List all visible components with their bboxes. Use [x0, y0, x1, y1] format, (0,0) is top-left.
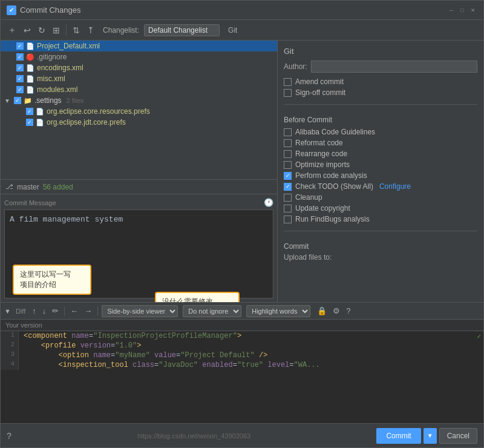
file-item-modules[interactable]: ✓ 📄 modules.xml	[1, 84, 277, 95]
file-checkbox-6[interactable]: ✓	[26, 108, 33, 115]
diff-sep-2	[97, 306, 98, 316]
tag-end-2: >	[137, 341, 141, 350]
status-bar: ⎇ master 56 added	[1, 180, 277, 194]
git-divider-2	[284, 231, 477, 231]
option-row-5: ✓ Check TODO (Show All) Configure	[284, 182, 477, 191]
amend-commit-checkbox[interactable]	[284, 78, 292, 86]
viewer-dropdown[interactable]: Side-by-side viewer	[102, 305, 178, 317]
action-buttons: Commit ▼ Cancel	[376, 428, 477, 444]
git-divider-1	[284, 104, 477, 105]
code-line-1: 1 <component name="InspectionProjectProf…	[1, 331, 483, 341]
line-content-4: <inspection_tool class="JavaDoc" enabled…	[19, 360, 483, 370]
sign-off-checkbox[interactable]	[284, 89, 292, 97]
diff-section: ▼ Diff ↑ ↓ ✏ ← → Side-by-side viewer Do …	[1, 302, 483, 423]
val-span-2: "1.0"	[115, 341, 137, 350]
undo-button[interactable]: ↩	[21, 24, 33, 36]
file-checkbox-4[interactable]: ✓	[16, 86, 24, 93]
file-checkbox-7[interactable]: ✓	[26, 119, 33, 126]
file-item-gitignore[interactable]: ✓ 🔴 .gitignore	[1, 51, 277, 62]
xml-icon-2: 📄	[26, 64, 34, 72]
tag-span-2: <profile	[41, 341, 76, 350]
author-input[interactable]	[311, 61, 477, 73]
xml-icon-4: 📄	[26, 85, 34, 94]
option-label-0: Alibaba Code Guidelines	[295, 128, 375, 136]
file-checkbox-2[interactable]: ✓	[16, 64, 24, 71]
add-button[interactable]: ＋	[5, 24, 19, 37]
title-bar: ✔ Commit Changes ─ □ ✕	[1, 1, 483, 20]
option-label-4: Perform code analysis	[295, 171, 367, 180]
prefs-icon-7: 📄	[36, 118, 44, 127]
url-text: https://blog.csdn.net/weixin_43902063	[137, 432, 250, 440]
file-name-4: modules.xml	[37, 85, 77, 94]
before-commit-title: Before Commit	[284, 116, 477, 124]
close-button[interactable]: ✕	[469, 6, 477, 15]
folder-icon-5: 📁	[24, 96, 32, 105]
file-checkbox-3[interactable]: ✓	[16, 75, 24, 82]
file-item-encodings[interactable]: ✓ 📄 encodings.xml	[1, 62, 277, 73]
collapse-button[interactable]: ⤒	[85, 24, 97, 36]
file-item-misc[interactable]: ✓ 📄 misc.xml	[1, 73, 277, 84]
help-button[interactable]: ?	[7, 431, 11, 441]
refresh-button[interactable]: ↻	[36, 24, 48, 36]
branch-icon: ⎇	[5, 183, 13, 191]
amend-commit-row: Amend commit	[284, 77, 477, 86]
diff-down-btn[interactable]: ↓	[41, 306, 48, 316]
changelist-dropdown-wrapper: Default Changelist	[144, 24, 220, 36]
prefs-icon-6: 📄	[36, 107, 44, 116]
val-span-3: "myName"	[115, 351, 150, 360]
changelist-dropdown[interactable]: Default Changelist	[144, 24, 220, 36]
line-content-1: <component name="InspectionProjectProfil…	[19, 331, 477, 341]
diff-back-btn[interactable]: ←	[68, 306, 80, 316]
cancel-button[interactable]: Cancel	[439, 428, 477, 444]
file-checkbox-5[interactable]: ✓	[14, 97, 21, 104]
option-label-7: Update copyright	[295, 204, 350, 212]
commit-dropdown-button[interactable]: ▼	[424, 428, 437, 444]
val-span-4: "JavaDoc"	[159, 361, 198, 369]
option-checkbox-7[interactable]	[284, 205, 292, 212]
diff-lock-btn[interactable]: 🔒	[315, 306, 329, 316]
configure-link[interactable]: Configure	[379, 182, 411, 191]
git-section-title: Git	[284, 47, 477, 56]
option-checkbox-8[interactable]	[284, 216, 292, 223]
option-checkbox-1[interactable]	[284, 139, 292, 147]
option-checkbox-5[interactable]: ✓	[284, 183, 292, 191]
diff-up-btn[interactable]: ↑	[30, 306, 38, 316]
expand-button[interactable]: ⇅	[70, 24, 82, 36]
option-checkbox-6[interactable]	[284, 194, 292, 202]
group-button[interactable]: ⊞	[50, 24, 62, 36]
tag-end-3: />	[259, 351, 267, 360]
file-checkbox-1[interactable]: ✓	[16, 53, 24, 61]
maximize-button[interactable]: □	[458, 6, 466, 15]
option-checkbox-2[interactable]	[284, 150, 292, 158]
changelist-label: Changelist:	[103, 26, 139, 35]
diff-forward-btn[interactable]: →	[82, 306, 94, 316]
file-item-jdt-prefs[interactable]: ✓ 📄 org.eclipse.jdt.core.prefs	[10, 117, 277, 128]
file-item-resources-prefs[interactable]: ✓ 📄 org.eclipse.core.resources.prefs	[10, 106, 277, 117]
toolbar: ＋ ↩ ↻ ⊞ ⇅ ⤒ Changelist: Default Changeli…	[1, 20, 483, 41]
line-num-3: 3	[1, 351, 19, 360]
file-item-settings-folder[interactable]: ▼ ✓ 📁 .settings 2 files	[1, 95, 277, 106]
option-checkbox-0[interactable]	[284, 128, 292, 136]
option-row-4: ✓ Perform code analysis	[284, 171, 477, 180]
file-name-2: encodings.xml	[37, 64, 83, 72]
diff-version-label: Your version	[1, 320, 483, 331]
toolbar-separator-1	[66, 25, 67, 36]
option-row-2: Rearrange code	[284, 150, 477, 158]
diff-gear-btn[interactable]: ⚙	[331, 306, 342, 316]
highlight-dropdown[interactable]: Highlight words	[246, 305, 310, 317]
tag-span-3: <option	[59, 351, 89, 360]
app-icon: ✔	[7, 5, 16, 15]
option-checkbox-4[interactable]: ✓	[284, 172, 292, 180]
option-checkbox-3[interactable]	[284, 161, 292, 169]
diff-help-btn[interactable]: ?	[344, 306, 352, 316]
line-num-4: 4	[1, 360, 19, 370]
file-item-project-default[interactable]: ✓ 📄 Project_Default.xml	[1, 41, 277, 51]
file-name-7: org.eclipse.jdt.core.prefs	[47, 118, 126, 127]
minimize-button[interactable]: ─	[447, 6, 456, 15]
file-checkbox-0[interactable]: ✓	[16, 42, 24, 50]
diff-edit-btn[interactable]: ✏	[50, 306, 60, 316]
commit-button[interactable]: Commit	[376, 428, 420, 444]
option-row-6: Cleanup	[284, 193, 477, 202]
code-line-2: 2 <profile version="1.0">	[1, 341, 483, 351]
ignore-dropdown[interactable]: Do not ignore	[183, 305, 241, 317]
